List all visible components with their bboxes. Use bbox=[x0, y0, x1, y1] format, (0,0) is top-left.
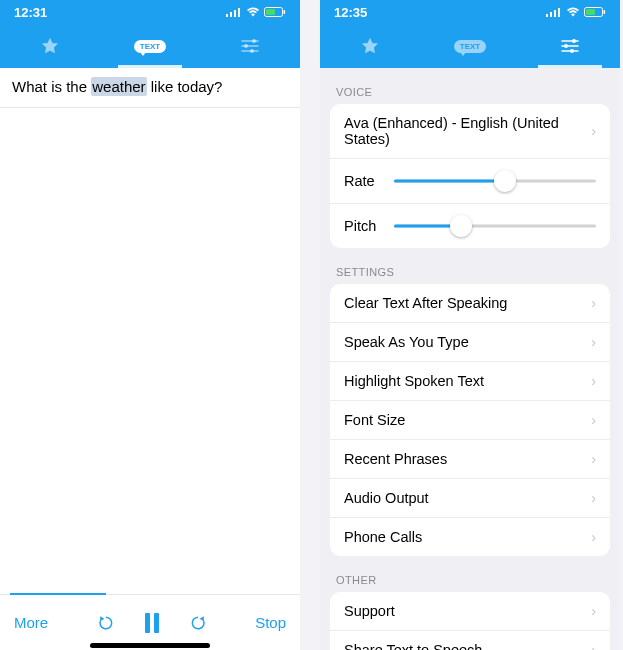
toolbar-accent bbox=[10, 593, 106, 595]
settings-row[interactable]: Font Size› bbox=[330, 400, 610, 439]
svg-rect-21 bbox=[604, 10, 606, 14]
svg-rect-15 bbox=[546, 14, 548, 17]
chevron-right-icon: › bbox=[591, 490, 596, 506]
svg-rect-2 bbox=[234, 10, 236, 17]
tab-text[interactable]: TEXT bbox=[100, 24, 200, 68]
pitch-label: Pitch bbox=[344, 218, 384, 234]
empty-area bbox=[0, 108, 300, 594]
signal-icon bbox=[226, 7, 242, 17]
tab-text[interactable]: TEXT bbox=[420, 24, 520, 68]
status-bar: 12:35 bbox=[320, 0, 620, 24]
svg-rect-6 bbox=[284, 10, 286, 14]
text-bubble-icon: TEXT bbox=[454, 40, 486, 53]
phone-text-screen: 12:31 TEXT What is the weather like toda… bbox=[0, 0, 300, 650]
chevron-right-icon: › bbox=[591, 123, 596, 139]
settings-row-label: Font Size bbox=[344, 412, 405, 428]
settings-row[interactable]: Clear Text After Speaking› bbox=[330, 284, 610, 322]
text-before: What is the bbox=[12, 78, 91, 95]
rewind-icon bbox=[96, 613, 116, 633]
other-section-header: OTHER bbox=[320, 556, 620, 592]
settings-row-label: Highlight Spoken Text bbox=[344, 373, 484, 389]
svg-rect-0 bbox=[226, 14, 228, 17]
settings-row-label: Phone Calls bbox=[344, 529, 422, 545]
tab-favorites[interactable] bbox=[0, 24, 100, 68]
settings-row-label: Clear Text After Speaking bbox=[344, 295, 507, 311]
svg-point-10 bbox=[252, 39, 256, 43]
sliders-icon bbox=[240, 38, 260, 54]
other-group: Support›Share Text to Speech›Rate in the… bbox=[330, 592, 610, 650]
settings-row-label: Support bbox=[344, 603, 395, 619]
settings-row[interactable]: Highlight Spoken Text› bbox=[330, 361, 610, 400]
settings-row[interactable]: Speak As You Type› bbox=[330, 322, 610, 361]
rewind-button[interactable] bbox=[96, 613, 116, 633]
svg-point-25 bbox=[572, 39, 576, 43]
chevron-right-icon: › bbox=[591, 334, 596, 350]
wifi-icon bbox=[246, 7, 260, 17]
stop-button[interactable]: Stop bbox=[255, 614, 286, 631]
svg-rect-5 bbox=[266, 9, 275, 15]
voice-select-row[interactable]: Ava (Enhanced) - English (United States)… bbox=[330, 104, 610, 158]
settings-row[interactable]: Phone Calls› bbox=[330, 517, 610, 556]
phone-settings-screen: 12:35 TEXT VOICE Ava (Enhanced) - Englis… bbox=[320, 0, 620, 650]
rate-row: Rate bbox=[330, 158, 610, 203]
pause-icon bbox=[142, 612, 162, 634]
settings-group: Clear Text After Speaking›Speak As You T… bbox=[330, 284, 610, 556]
rate-label: Rate bbox=[344, 173, 384, 189]
svg-rect-17 bbox=[554, 10, 556, 17]
svg-rect-20 bbox=[586, 9, 595, 15]
pitch-slider[interactable] bbox=[394, 215, 596, 237]
svg-rect-1 bbox=[230, 12, 232, 17]
more-button[interactable]: More bbox=[14, 614, 48, 631]
highlighted-word: weather bbox=[91, 77, 146, 96]
settings-row[interactable]: Support› bbox=[330, 592, 610, 630]
status-icons bbox=[226, 7, 286, 17]
tab-bar: TEXT bbox=[0, 24, 300, 68]
home-indicator[interactable] bbox=[90, 643, 210, 648]
toolbar-center bbox=[96, 612, 208, 634]
settings-section-header: SETTINGS bbox=[320, 248, 620, 284]
signal-icon bbox=[546, 7, 562, 17]
battery-icon bbox=[264, 7, 286, 17]
status-time: 12:35 bbox=[334, 5, 367, 20]
settings-row[interactable]: Audio Output› bbox=[330, 478, 610, 517]
pause-button[interactable] bbox=[142, 612, 162, 634]
svg-point-12 bbox=[250, 49, 254, 53]
settings-row[interactable]: Share Text to Speech› bbox=[330, 630, 610, 650]
tab-favorites[interactable] bbox=[320, 24, 420, 68]
tab-settings[interactable] bbox=[520, 24, 620, 68]
forward-button[interactable] bbox=[188, 613, 208, 633]
voice-group: Ava (Enhanced) - English (United States)… bbox=[330, 104, 610, 248]
text-after: like today? bbox=[147, 78, 223, 95]
status-bar: 12:31 bbox=[0, 0, 300, 24]
chevron-right-icon: › bbox=[591, 373, 596, 389]
star-icon bbox=[360, 36, 380, 56]
settings-row-label: Speak As You Type bbox=[344, 334, 469, 350]
settings-row[interactable]: Recent Phrases› bbox=[330, 439, 610, 478]
chevron-right-icon: › bbox=[591, 529, 596, 545]
wifi-icon bbox=[566, 7, 580, 17]
svg-rect-13 bbox=[145, 613, 150, 633]
svg-rect-14 bbox=[154, 613, 159, 633]
chevron-right-icon: › bbox=[591, 412, 596, 428]
status-time: 12:31 bbox=[14, 5, 47, 20]
settings-row-label: Recent Phrases bbox=[344, 451, 447, 467]
text-bubble-icon: TEXT bbox=[134, 40, 166, 53]
svg-rect-18 bbox=[558, 8, 560, 17]
text-content[interactable]: What is the weather like today? bbox=[0, 68, 300, 108]
settings-row-label: Audio Output bbox=[344, 490, 429, 506]
battery-icon bbox=[584, 7, 606, 17]
settings-content[interactable]: VOICE Ava (Enhanced) - English (United S… bbox=[320, 68, 620, 650]
playback-toolbar: More Stop bbox=[0, 594, 300, 650]
settings-row-label: Share Text to Speech bbox=[344, 642, 482, 650]
chevron-right-icon: › bbox=[591, 451, 596, 467]
rate-slider[interactable] bbox=[394, 170, 596, 192]
svg-point-27 bbox=[570, 49, 574, 53]
tab-settings[interactable] bbox=[200, 24, 300, 68]
chevron-right-icon: › bbox=[591, 642, 596, 650]
chevron-right-icon: › bbox=[591, 603, 596, 619]
svg-rect-16 bbox=[550, 12, 552, 17]
svg-point-11 bbox=[244, 44, 248, 48]
forward-icon bbox=[188, 613, 208, 633]
pitch-row: Pitch bbox=[330, 203, 610, 248]
svg-rect-3 bbox=[238, 8, 240, 17]
